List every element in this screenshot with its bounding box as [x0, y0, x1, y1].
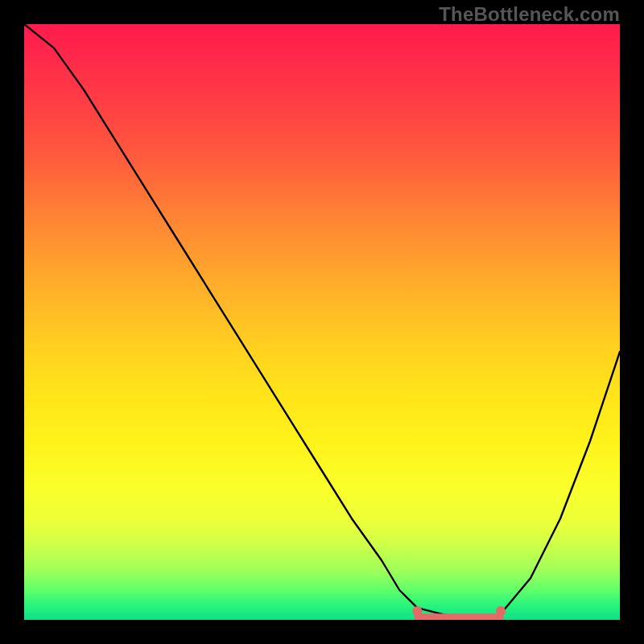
curve-svg: [24, 24, 620, 620]
flat-start-marker: [412, 606, 422, 616]
bottleneck-curve: [24, 24, 620, 620]
plot-area: [24, 24, 620, 620]
chart-frame: TheBottleneck.com: [0, 0, 644, 644]
flat-end-marker: [496, 606, 506, 616]
watermark-text: TheBottleneck.com: [439, 3, 620, 26]
